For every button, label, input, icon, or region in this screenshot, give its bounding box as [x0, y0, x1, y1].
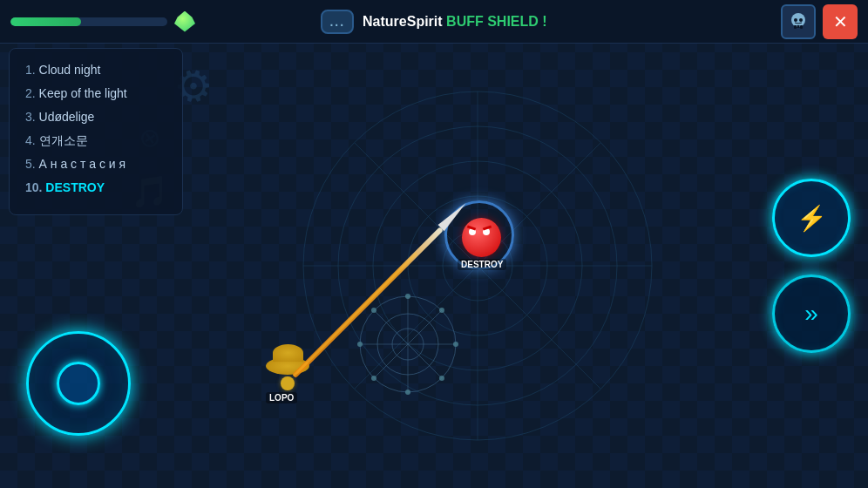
topbar: ... NatureSpirit BUFF SHIELD ! ✕ [0, 0, 868, 44]
song-num-4: 4. [25, 133, 36, 147]
song-item-10: 10. DESTROY [25, 179, 166, 197]
progress-bar-container [10, 17, 167, 26]
song-num-5: 5. [25, 157, 36, 171]
song-item-5: 5. А н а с т а с и я [25, 155, 166, 173]
destroy-character: DESTROY [462, 218, 501, 257]
svg-point-29 [371, 376, 376, 381]
notification-text: NatureSpirit BUFF SHIELD ! [363, 14, 547, 30]
chevron-button[interactable]: » [772, 274, 851, 353]
song-item-1: 1. Cloud night [25, 61, 166, 79]
svg-point-4 [794, 18, 797, 22]
svg-rect-2 [800, 25, 803, 29]
svg-point-24 [405, 390, 410, 395]
song-item-4: 4. 연개소문 [25, 132, 166, 150]
song-title-3: Udødelige [39, 110, 95, 124]
song-title-4: 연개소문 [39, 133, 88, 147]
song-item-3: 3. Udødelige [25, 108, 166, 126]
progress-bar-fill [10, 17, 81, 26]
svg-point-27 [439, 308, 444, 313]
chat-bubble-icon: ... [321, 10, 354, 34]
song-item-2: 2. Keep of the light [25, 85, 166, 103]
skull-icon [788, 11, 809, 32]
topbar-center: ... NatureSpirit BUFF SHIELD ! [293, 10, 575, 34]
song-num-2: 2. [25, 86, 36, 100]
svg-point-5 [799, 18, 803, 22]
gem-icon [174, 11, 195, 32]
svg-point-0 [791, 13, 805, 27]
right-buttons: ⚡ » [772, 179, 851, 353]
lopo-label: LOPO [266, 392, 297, 403]
left-joystick-inner [57, 362, 100, 405]
lightning-button[interactable]: ⚡ [772, 179, 851, 257]
song-title-5: А н а с т а с и я [39, 157, 126, 171]
svg-point-28 [439, 376, 444, 381]
svg-point-23 [453, 342, 458, 347]
left-joystick[interactable] [26, 331, 131, 436]
notification-action: BUFF SHIELD ! [443, 14, 547, 29]
svg-rect-3 [797, 25, 800, 28]
song-title-2: Keep of the light [39, 86, 127, 100]
destroy-label: DESTROY [458, 259, 506, 270]
notification-username: NatureSpirit [363, 14, 443, 29]
song-num-3: 3. [25, 110, 36, 124]
topbar-right: ✕ [575, 4, 858, 39]
svg-rect-1 [794, 25, 797, 29]
skull-button[interactable] [781, 4, 816, 39]
song-title-10: DESTROY [45, 180, 105, 194]
close-button[interactable]: ✕ [823, 4, 858, 39]
svg-point-22 [405, 294, 410, 299]
song-list: 1. Cloud night 2. Keep of the light 3. U… [9, 48, 183, 215]
song-num-1: 1. [25, 63, 36, 77]
topbar-left [10, 11, 293, 32]
svg-point-25 [357, 342, 363, 347]
song-num-10: 10. [25, 180, 42, 194]
song-title-1: Cloud night [39, 63, 101, 77]
